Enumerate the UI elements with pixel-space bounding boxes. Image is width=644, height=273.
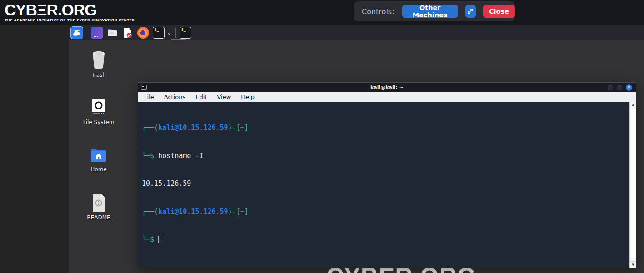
text-editor-icon[interactable]: [122, 27, 134, 39]
workspace-switcher-icon[interactable]: [91, 27, 103, 39]
document-edit-icon: [122, 27, 133, 39]
desktop-icon-label: README: [79, 214, 119, 221]
scroll-down-button[interactable]: ▼: [630, 261, 636, 268]
controls-label: Controls:: [362, 7, 394, 16]
terminal-launcher-icon[interactable]: $_: [153, 27, 165, 39]
desktop-icon-label: File System: [79, 119, 119, 125]
menu-item-file[interactable]: File: [139, 92, 159, 102]
terminal-screen[interactable]: ┌──(kali@10.15.126.59)-[~] └─$hostname -…: [138, 102, 636, 268]
desktop-icon-home[interactable]: Home: [79, 146, 119, 173]
logo-text: CYBΞR.ORG: [5, 2, 135, 18]
minimize-button[interactable]: [608, 85, 613, 90]
prompt-line: ┌──(kali@10.15.126.59)-[~]: [142, 123, 627, 133]
menu-item-edit[interactable]: Edit: [190, 92, 212, 102]
kali-menu-icon[interactable]: [70, 26, 83, 39]
window-title: kali@kali: ~: [138, 84, 636, 90]
readme-document-icon: [90, 193, 107, 213]
controls-panel: Controls: Other Machines Close: [354, 1, 515, 21]
cyber-org-logo: CYBΞR.ORG THE ACADEMIC INITIATIVE OF THE…: [5, 2, 135, 22]
desktop-icon-readme[interactable]: README: [79, 193, 119, 221]
active-window-indicator: [171, 39, 186, 40]
input-line: └─$: [142, 235, 627, 244]
firefox-icon[interactable]: [137, 27, 149, 39]
viewer-gutter: [0, 25, 69, 273]
menu-item-view[interactable]: View: [212, 92, 236, 102]
other-machines-button[interactable]: Other Machines: [402, 5, 458, 18]
viewer-top-bar: CYBΞR.ORG THE ACADEMIC INITIATIVE OF THE…: [0, 0, 644, 25]
terminal-cursor: [158, 236, 162, 243]
remote-session-viewer: CYBΞR.ORG THE ACADEMIC INITIATIVE OF THE…: [0, 0, 644, 273]
menu-item-actions[interactable]: Actions: [159, 92, 191, 102]
scroll-up-button[interactable]: ▲: [630, 102, 636, 108]
terminal-menubar: File Actions Edit View Help: [138, 92, 636, 102]
close-session-button[interactable]: Close: [483, 5, 515, 18]
menu-item-help[interactable]: Help: [236, 92, 260, 102]
close-window-button[interactable]: ✕: [626, 84, 632, 91]
window-controls: ✕: [608, 84, 632, 91]
close-icon: ✕: [627, 85, 631, 89]
hard-drive-icon: [90, 97, 108, 117]
folder-icon: [106, 27, 118, 39]
kali-dragon-icon: [71, 27, 82, 38]
open-terminal-window-icon[interactable]: $_: [180, 27, 191, 39]
terminal-window: kali@kali: ~ ✕ File Actions Edit View He…: [138, 82, 636, 268]
terminal-dropdown-chevron-icon[interactable]: ⌄: [167, 30, 172, 35]
command-line: └─$hostname -I: [142, 151, 627, 161]
terminal-glyph: $_: [155, 28, 159, 32]
prompt-line: ┌──(kali@10.15.126.59)-[~]: [142, 207, 627, 217]
expand-arrows-icon: [467, 8, 474, 15]
desktop-icon-file-system[interactable]: File System: [79, 97, 119, 125]
taskbar-separator: [175, 28, 176, 38]
scrollbar-thumb[interactable]: [630, 109, 636, 258]
kali-taskbar: $_ ⌄ $_: [69, 25, 644, 40]
trash-icon: [89, 49, 108, 70]
command-output: 10.15.126.59: [142, 179, 627, 189]
taskbar-separator: [87, 28, 87, 38]
desktop-icon-label: Trash: [79, 72, 119, 78]
home-folder-icon: [89, 146, 108, 164]
terminal-titlebar[interactable]: kali@kali: ~ ✕: [138, 83, 636, 92]
terminal-glyph: $_: [181, 28, 186, 32]
typed-command: hostname -I: [158, 152, 203, 160]
logo-tagline: THE ACADEMIC INITIATIVE OF THE CYBER INN…: [5, 18, 135, 22]
desktop-icon-label: Home: [79, 166, 119, 173]
terminal-scrollbar[interactable]: ▲ ▼: [629, 102, 636, 268]
desktop-icon-trash[interactable]: Trash: [79, 49, 119, 78]
dots-icon: [93, 36, 99, 37]
file-manager-icon[interactable]: [106, 27, 118, 39]
maximize-button[interactable]: [617, 85, 622, 90]
fullscreen-expand-button[interactable]: [465, 5, 476, 18]
